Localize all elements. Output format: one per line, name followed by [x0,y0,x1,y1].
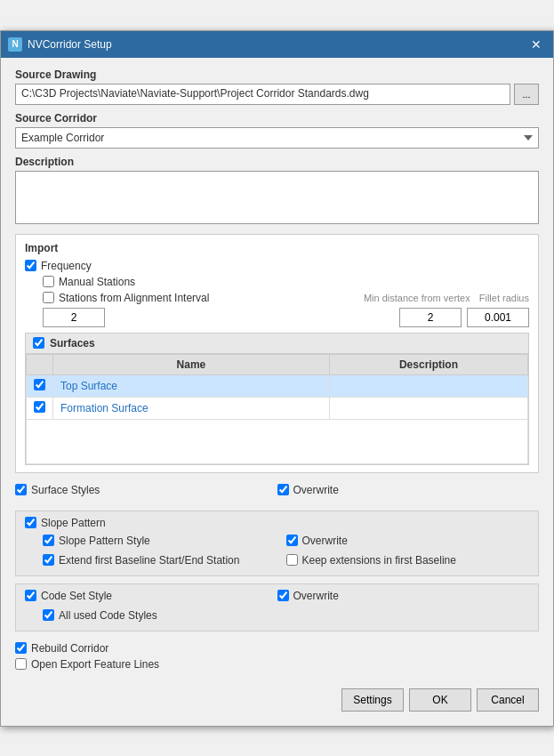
col-description-header: Description [329,354,527,374]
surface-styles-overwrite-checkbox[interactable] [277,484,289,495]
slope-pattern-label[interactable]: Slope Pattern [41,517,106,529]
slope-pattern-checkbox[interactable] [25,517,36,528]
file-row: C:\C3D Projects\Naviate\Naviate-Support\… [15,84,539,105]
settings-button[interactable]: Settings [341,688,404,712]
col-check-header [27,354,53,374]
slope-pattern-style-checkbox[interactable] [43,535,54,546]
source-drawing-section: Source Drawing C:\C3D Projects\Naviate\N… [15,68,539,105]
extend-baseline-label[interactable]: Extend first Baseline Start/End Station [59,554,239,567]
description-input[interactable] [15,171,539,224]
source-corridor-section: Source Corridor Example Corridor [15,112,539,149]
surface-1-description [329,374,527,397]
source-corridor-label: Source Corridor [15,112,539,125]
close-button[interactable]: ✕ [526,35,546,54]
slope-pattern-overwrite-label[interactable]: Overwrite [302,535,348,547]
title-bar: N NVCorridor Setup ✕ [1,31,553,58]
main-window: N NVCorridor Setup ✕ Source Drawing C:\C… [0,30,554,727]
footer-buttons: Settings OK Cancel [15,681,539,715]
rebuild-corridor-section: Rebuild Corridor Open Export Feature Lin… [15,642,539,674]
rebuild-corridor-label[interactable]: Rebuild Corridor [31,642,108,655]
all-used-code-styles-checkbox[interactable] [43,609,54,621]
frequency-value-input[interactable]: 2 [43,308,105,327]
surface-styles-row: Surface Styles Overwrite [15,480,539,503]
slope-pattern-style-label[interactable]: Slope Pattern Style [59,535,150,547]
rebuild-corridor-checkbox[interactable] [15,642,27,654]
fillet-radius-input[interactable]: 0.001 [467,308,529,327]
min-distance-label: Min distance from vertex [364,293,470,303]
table-row-empty [27,419,528,463]
ok-button[interactable]: OK [409,688,471,712]
browse-button[interactable]: ... [514,84,539,105]
stations-alignment-row: Stations from Alignment Interval Min dis… [25,292,529,304]
code-set-style-section: Code Set Style Overwrite All used Code S… [15,583,539,631]
min-distance-input[interactable]: 2 [399,308,462,327]
col-name-header: Name [53,354,330,374]
surface-styles-checkbox[interactable] [15,484,27,495]
slope-pattern-overwrite-checkbox[interactable] [286,535,298,546]
manual-stations-label[interactable]: Manual Stations [59,276,135,288]
cancel-button[interactable]: Cancel [477,688,539,712]
surface-styles-overwrite-label[interactable]: Overwrite [293,484,339,496]
surface-1-name[interactable]: Top Surface [53,374,330,397]
source-corridor-select[interactable]: Example Corridor [15,127,539,149]
manual-stations-row: Manual Stations [25,276,529,288]
numeric-fields-row: 2 2 0.001 [25,308,529,327]
window-title: NVCorridor Setup [28,38,112,51]
table-row: Top Surface [27,374,528,397]
surfaces-section: Surfaces Name Description [25,333,529,465]
file-path-display: C:\C3D Projects\Naviate\Naviate-Support\… [15,84,510,105]
open-export-checkbox[interactable] [15,658,27,670]
all-used-code-styles-label[interactable]: All used Code Styles [59,609,157,622]
description-section: Description [15,156,539,227]
keep-extensions-label[interactable]: Keep extensions in first Baseline [302,554,456,567]
surface-row-check-1 [27,374,53,397]
frequency-label[interactable]: Frequency [41,260,92,272]
app-icon: N [8,37,22,52]
stations-alignment-label[interactable]: Stations from Alignment Interval [59,292,209,304]
title-bar-left: N NVCorridor Setup [8,37,112,52]
surfaces-empty-area [27,419,528,463]
code-set-overwrite-checkbox[interactable] [277,590,289,601]
surfaces-label[interactable]: Surfaces [50,337,95,350]
frequency-row: Frequency [25,260,529,272]
keep-extensions-checkbox[interactable] [286,554,298,566]
code-set-overwrite-label[interactable]: Overwrite [293,590,339,602]
manual-stations-checkbox[interactable] [43,276,54,287]
frequency-checkbox[interactable] [25,260,36,271]
extend-baseline-checkbox[interactable] [43,554,54,566]
slope-pattern-section: Slope Pattern Slope Pattern Style Overwr… [15,511,539,576]
description-label: Description [15,156,539,168]
surfaces-header: Surfaces [26,334,528,354]
dialog-content: Source Drawing C:\C3D Projects\Naviate\N… [1,58,553,726]
import-label: Import [25,242,529,254]
import-section: Import Frequency Manual Stations Station… [15,234,539,473]
source-drawing-label: Source Drawing [15,68,539,81]
stations-alignment-checkbox[interactable] [43,292,54,303]
fillet-radius-label: Fillet radius [479,293,529,303]
surface-2-checkbox[interactable] [34,401,45,413]
table-row: Formation Surface [27,397,528,419]
surface-2-description [329,397,527,419]
surface-styles-label[interactable]: Surface Styles [31,484,100,496]
surface-row-check-2 [27,397,53,419]
surface-1-checkbox[interactable] [34,379,45,390]
code-set-style-checkbox[interactable] [25,590,36,601]
surface-2-name[interactable]: Formation Surface [53,397,330,419]
open-export-label[interactable]: Open Export Feature Lines [31,658,159,671]
code-set-style-label[interactable]: Code Set Style [41,590,112,602]
surfaces-checkbox[interactable] [33,337,44,349]
surfaces-table: Name Description Top Surface [26,354,528,464]
